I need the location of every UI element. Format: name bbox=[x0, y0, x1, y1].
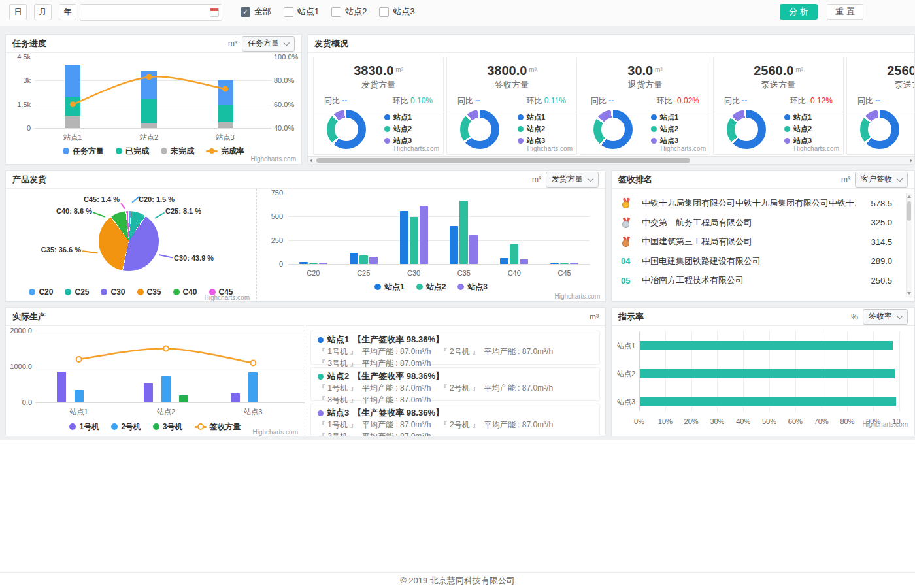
legend-item[interactable]: C20 bbox=[29, 287, 53, 297]
bar-站点1 bbox=[299, 262, 308, 264]
legend-item[interactable]: 站点1 bbox=[651, 111, 705, 123]
legend-item[interactable]: 已完成 bbox=[116, 146, 149, 157]
legend-item[interactable]: 2号机 bbox=[111, 421, 141, 433]
donut-chart bbox=[727, 110, 766, 149]
gridline bbox=[288, 193, 590, 193]
panel-header-right: m³ 发货方量 bbox=[532, 172, 599, 188]
scroll-left-arrow[interactable] bbox=[310, 159, 312, 163]
panel-header: 签收排名 m³ 客户签收 bbox=[612, 171, 914, 189]
bar-站点2 bbox=[359, 255, 368, 264]
legend-item[interactable]: 1号机 bbox=[69, 421, 99, 433]
checkbox-unchecked[interactable] bbox=[379, 7, 389, 17]
period-button-日[interactable]: 日 bbox=[9, 4, 27, 20]
station-info-block: 站点1【生产签收率 98.36%】『 1号机 』 平均产能 : 87.0m³/h… bbox=[310, 331, 600, 365]
horizontal-scrollbar[interactable] bbox=[308, 156, 914, 164]
legend-item[interactable]: 站点2 bbox=[784, 123, 838, 135]
period-button-年[interactable]: 年 bbox=[59, 4, 76, 20]
legend-item[interactable]: 未完成 bbox=[161, 146, 194, 157]
legend-label: 站点1 bbox=[793, 112, 812, 122]
rank-number: 05 bbox=[621, 276, 630, 286]
category-label: C45 bbox=[545, 269, 584, 277]
scroll-down-arrow[interactable] bbox=[907, 292, 911, 295]
gridline bbox=[35, 402, 305, 403]
unit-label: m³ bbox=[228, 39, 237, 48]
legend-item[interactable]: 签收方量 bbox=[195, 421, 241, 433]
legend-item[interactable]: C40 bbox=[173, 287, 197, 297]
legend-item[interactable]: 任务方量 bbox=[63, 146, 104, 157]
legend-item[interactable]: 站点2 bbox=[416, 282, 446, 293]
checkbox-label: 站点3 bbox=[393, 6, 414, 18]
mom-value: 0.10% bbox=[410, 96, 433, 105]
bar-站点3 bbox=[520, 259, 528, 264]
legend-item[interactable]: 站点1 bbox=[518, 111, 571, 123]
checkbox-checked[interactable]: ✓ bbox=[241, 7, 250, 17]
highcharts-credit: Highcharts.com bbox=[555, 293, 600, 300]
ranking-row[interactable]: 中国建筑第三工程局有限公司314.5 bbox=[621, 234, 892, 250]
legend-item[interactable]: 站点1 bbox=[374, 282, 405, 293]
scroll-up-arrow[interactable] bbox=[907, 195, 911, 198]
date-input[interactable] bbox=[80, 4, 222, 21]
period-button-月[interactable]: 月 bbox=[34, 4, 52, 20]
legend-dot bbox=[384, 138, 390, 144]
axis-tick: 80% bbox=[834, 417, 860, 425]
ranking-row[interactable]: 04中国电建集团铁路建设有限公司289.0 bbox=[621, 253, 892, 269]
indicator-metric-select[interactable]: 签收率 bbox=[863, 309, 908, 325]
product-shipping-body: C20: 1.5 %C25: 8.1 %C30: 43.9 %C35: 36.6… bbox=[6, 189, 605, 301]
ranking-row[interactable]: 05中冶南方工程技术有限公司250.5 bbox=[621, 272, 892, 288]
reset-button[interactable]: 重置 bbox=[827, 4, 863, 20]
card-value: 30.0 m³ bbox=[580, 63, 710, 78]
checkbox-unchecked[interactable] bbox=[331, 7, 341, 17]
highcharts-credit: Highcharts.com bbox=[394, 145, 439, 152]
chevron-down-icon bbox=[897, 312, 903, 319]
ranking-row[interactable]: 中铁十九局集团有限公司中铁十九局集团有限公司中铁十九局集团...578.5 bbox=[621, 195, 892, 211]
checkbox-unchecked[interactable] bbox=[284, 7, 293, 17]
bronze-medal-icon bbox=[621, 237, 631, 247]
checkbox-item-站点2[interactable]: 站点2 bbox=[331, 6, 367, 18]
legend-item[interactable]: 站点2 bbox=[651, 123, 705, 135]
legend-item[interactable]: 站点1 bbox=[784, 111, 838, 123]
category-label: 站点2 bbox=[129, 133, 169, 141]
legend-label: 站点2 bbox=[527, 124, 545, 134]
overview-card: 3830.0 m³发货方量同比 --环比 0.10%站点1站点2站点3Highc… bbox=[313, 57, 444, 155]
axis-tick: 60.0% bbox=[274, 101, 301, 108]
axis-tick: 1.5k bbox=[6, 101, 31, 108]
ranking-metric-select[interactable]: 客户签收 bbox=[855, 172, 908, 188]
task-metric-select[interactable]: 任务方量 bbox=[242, 36, 295, 52]
highcharts-credit: Highcharts.com bbox=[527, 145, 573, 152]
legend-item[interactable]: 完成率 bbox=[206, 146, 244, 157]
legend-item[interactable]: C30 bbox=[101, 287, 125, 297]
axis-tick: 20% bbox=[678, 417, 705, 425]
ranking-row[interactable]: 中交第二航务工程局有限公司325.0 bbox=[621, 215, 892, 231]
legend: 站点1站点2站点3 bbox=[257, 282, 605, 292]
category-label: 站点3 bbox=[233, 408, 273, 416]
legend-item[interactable]: 站点3 bbox=[458, 282, 488, 293]
mom-metric: 环比 -0.12% bbox=[790, 95, 833, 106]
scroll-right-arrow[interactable] bbox=[910, 159, 912, 163]
bar-segment-已完成 bbox=[141, 99, 157, 123]
panel-title: 签收排名 bbox=[618, 174, 652, 186]
axis-tick: 500 bbox=[257, 212, 283, 220]
analyze-button[interactable]: 分析 bbox=[780, 4, 818, 20]
checkbox-item-站点1[interactable]: 站点1 bbox=[284, 6, 319, 18]
scroll-thumb[interactable] bbox=[907, 201, 911, 221]
donut-hole bbox=[468, 118, 491, 141]
bar-segment-任务方量 bbox=[218, 80, 233, 104]
checkbox-item-站点3[interactable]: 站点3 bbox=[379, 6, 414, 18]
yoy-metric: 同比 -- bbox=[324, 95, 347, 106]
check-icon: ✓ bbox=[242, 8, 248, 16]
legend-item[interactable]: 站点1 bbox=[384, 111, 438, 123]
legend-item[interactable]: C35 bbox=[137, 287, 161, 297]
checkbox-item-全部[interactable]: ✓全部 bbox=[241, 6, 271, 18]
legend-dot bbox=[111, 423, 118, 430]
product-metric-select[interactable]: 发货方量 bbox=[546, 172, 599, 188]
unit-label: m³ bbox=[590, 312, 599, 321]
legend-item[interactable]: 3号机 bbox=[153, 421, 183, 433]
legend-label: 站点1 bbox=[393, 112, 412, 122]
calendar-icon[interactable] bbox=[210, 8, 219, 17]
scroll-thumb[interactable] bbox=[316, 158, 690, 163]
bar-segment-未完成 bbox=[218, 122, 233, 128]
legend-item[interactable]: 站点2 bbox=[518, 123, 571, 135]
legend-item[interactable]: 站点2 bbox=[384, 123, 438, 135]
vertical-scrollbar[interactable] bbox=[906, 193, 912, 297]
legend-item[interactable]: C25 bbox=[65, 287, 89, 297]
